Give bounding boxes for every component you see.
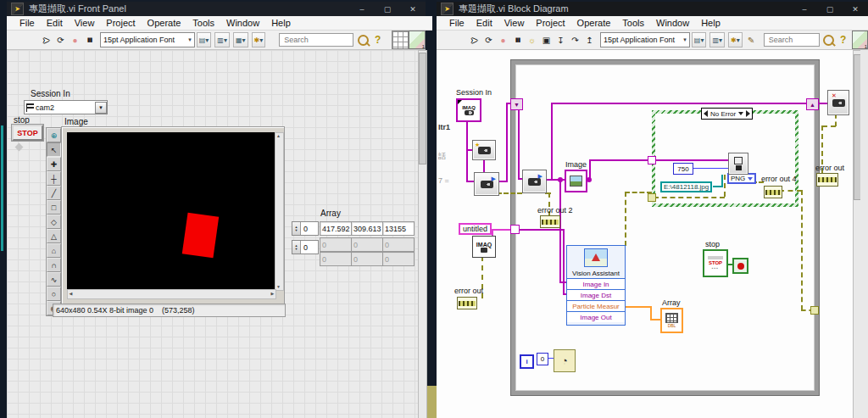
error-out-4-indicator[interactable] <box>764 186 782 198</box>
error-out-2-indicator[interactable] <box>540 215 560 228</box>
distribute-objects-dropdown[interactable]: ▥▾ <box>709 32 725 47</box>
block-diagram-titlebar[interactable]: ➤ 專題擷取.vi Block Diagram – ▢ ✕ <box>437 2 868 16</box>
stop-button[interactable]: STOP <box>12 125 43 141</box>
abort-button[interactable]: ● <box>69 33 81 47</box>
step-out-button[interactable]: ↥ <box>583 33 596 47</box>
va-row-particle-measurements[interactable]: Particle Measur <box>567 300 625 311</box>
zoom-tool-icon[interactable]: ⊕ <box>47 128 61 142</box>
menu-item-view[interactable]: View <box>498 16 531 30</box>
search-box[interactable] <box>279 33 353 47</box>
untitled-string-constant[interactable]: untitled <box>459 223 492 235</box>
step-into-button[interactable]: ↧ <box>554 33 567 47</box>
scroll-down-icon[interactable]: ▼ <box>275 284 281 290</box>
menu-item-operate[interactable]: Operate <box>142 16 187 30</box>
combo-arrow-icon[interactable]: ▼ <box>95 102 107 114</box>
freehand-region-tool-icon[interactable]: ⌂ <box>47 243 61 258</box>
menu-item-window[interactable]: Window <box>220 16 265 30</box>
session-in-terminal[interactable]: IMAQ <box>456 98 481 122</box>
array-terminal[interactable]: DBL <box>660 308 683 333</box>
array-cell[interactable]: 13155 <box>382 221 415 236</box>
minimize-button[interactable]: – <box>792 2 817 16</box>
font-selector[interactable]: 15pt Application Font ▾ <box>100 32 195 47</box>
rotated-rect-tool-icon[interactable]: ◇ <box>47 215 61 229</box>
array-index-1[interactable]: ▲▼ 0 <box>292 240 319 254</box>
step-over-button[interactable]: ↷ <box>569 33 581 47</box>
shift-register-left[interactable]: ▼ <box>510 98 523 110</box>
numeric-constant-0[interactable]: 0 <box>537 353 548 365</box>
array-cell[interactable]: 309.613 <box>351 221 383 236</box>
iteration-terminal[interactable]: i <box>520 354 534 369</box>
font-selector[interactable]: 15pt Application Font ▾ <box>600 32 690 47</box>
rectangle-tool-icon[interactable]: □ <box>47 200 61 215</box>
pause-button[interactable]: ▮▮ <box>511 33 524 47</box>
distribute-objects-dropdown[interactable]: ▥▾ <box>214 32 230 47</box>
oval-tool-icon[interactable]: ○ <box>47 287 61 301</box>
loop-tunnel[interactable] <box>810 306 819 315</box>
loop-condition-terminal[interactable] <box>732 258 748 274</box>
search-box[interactable] <box>764 33 820 47</box>
spinner-icon[interactable]: ▲▼ <box>292 222 301 235</box>
search-icon[interactable] <box>822 33 835 47</box>
search-icon[interactable] <box>357 33 370 47</box>
polygon-tool-icon[interactable]: △ <box>47 229 61 243</box>
imaqdx-close-camera-node[interactable]: ✕ <box>827 90 849 115</box>
help-button[interactable]: ? <box>837 33 849 47</box>
menu-item-edit[interactable]: Edit <box>470 16 498 30</box>
va-row-image-out[interactable]: Image Out <box>567 311 625 322</box>
wait-ms-node[interactable]: ◔ <box>554 349 576 372</box>
image-hscrollbar[interactable]: ◀ ▶ <box>67 289 276 299</box>
error-out-right-indicator[interactable] <box>816 173 838 187</box>
error-out-indicator[interactable] <box>457 297 477 309</box>
menu-item-operate[interactable]: Operate <box>571 16 617 30</box>
array-cell[interactable]: 0 <box>351 237 383 252</box>
spinner-icon[interactable]: ▲▼ <box>292 241 301 254</box>
image-display[interactable] <box>67 132 275 289</box>
va-row-image-in[interactable]: Image In <box>567 278 625 289</box>
menu-item-tools[interactable]: Tools <box>616 16 650 30</box>
imaq-write-file-node[interactable] <box>728 153 748 175</box>
search-input[interactable] <box>767 35 816 45</box>
scroll-right-icon[interactable]: ▶ <box>270 291 275 297</box>
array-cell[interactable]: 0 <box>382 252 415 266</box>
image-vscrollbar[interactable]: ▲ ▼ <box>275 132 284 291</box>
imaqdx-configure-grab-node[interactable]: ▶ <box>474 172 499 196</box>
help-button[interactable]: ? <box>371 33 384 47</box>
front-panel-scrollbar[interactable] <box>418 50 427 418</box>
search-input[interactable] <box>282 35 350 45</box>
case-selector[interactable]: No Error <box>701 108 753 120</box>
vi-icon[interactable]: 1 <box>409 31 426 49</box>
scroll-left-icon[interactable]: ◀ <box>68 291 74 297</box>
case-dropdown-icon[interactable] <box>738 112 743 115</box>
connector-pane-icon[interactable] <box>392 31 409 49</box>
numeric-constant-750[interactable]: 750 <box>673 163 693 175</box>
align-objects-dropdown[interactable]: ▤▾ <box>197 32 212 47</box>
select-tool-icon[interactable]: ↖ <box>47 142 61 157</box>
highlight-execution-button[interactable]: ☼ <box>526 33 538 47</box>
front-panel-titlebar[interactable]: ➤ 專題擷取.vi Front Panel – ▢ ✕ <box>7 2 426 16</box>
session-in-combo[interactable]: cam2 ▼ <box>24 100 108 114</box>
run-continuous-button[interactable]: ⟳ <box>54 33 67 47</box>
close-button[interactable]: ✕ <box>843 2 868 16</box>
freehand-line-tool-icon[interactable]: ∿ <box>47 272 61 287</box>
menu-item-project[interactable]: Project <box>100 16 141 30</box>
scroll-up-icon[interactable]: ▲ <box>275 133 281 139</box>
case-next-icon[interactable] <box>746 110 750 117</box>
align-objects-dropdown[interactable]: ▤▾ <box>692 32 707 47</box>
close-button[interactable]: ✕ <box>400 2 426 16</box>
imaqdx-grab-node[interactable]: ▶ <box>522 170 547 193</box>
path-constant[interactable]: E:\4812118.jpg <box>660 181 712 192</box>
va-row-image-dst[interactable]: Image Dst <box>567 289 625 300</box>
menu-item-file[interactable]: File <box>14 16 41 30</box>
reorder-dropdown[interactable]: ✱▾ <box>728 32 743 47</box>
resize-objects-dropdown[interactable]: ▦▾ <box>233 32 248 47</box>
menu-item-tools[interactable]: Tools <box>186 16 220 30</box>
line-tool-icon[interactable]: ╱ <box>47 186 61 200</box>
menu-item-help[interactable]: Help <box>265 16 297 30</box>
retain-wire-values-button[interactable]: ▣ <box>540 33 553 47</box>
vi-icon[interactable]: 1 <box>852 31 868 49</box>
case-tunnel[interactable] <box>648 193 656 202</box>
vision-assistant-node[interactable]: Vision Assistant Image In Image Dst Part… <box>566 245 626 326</box>
reorder-dropdown[interactable]: ✱▾ <box>252 32 266 47</box>
menu-item-window[interactable]: Window <box>650 16 695 30</box>
case-tunnel[interactable] <box>648 156 656 164</box>
